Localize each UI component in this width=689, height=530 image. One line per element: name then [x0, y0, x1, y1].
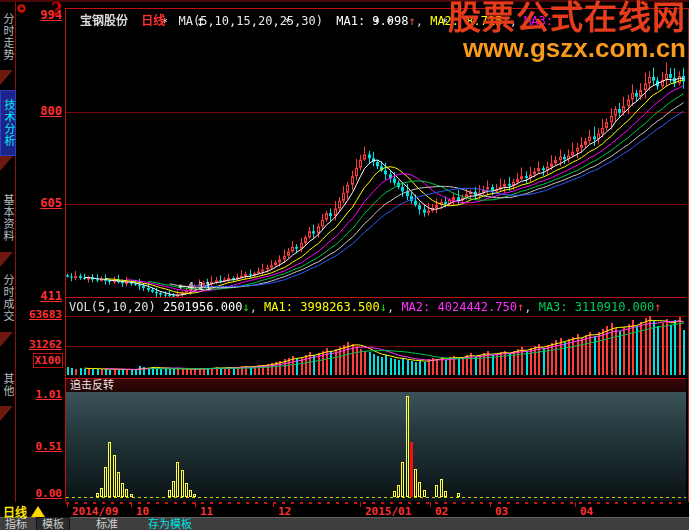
- x-axis-tick: [575, 502, 576, 507]
- volume-header: VOL(5,10,20) 2501956.000↓, MA1: 3998263.…: [69, 300, 662, 314]
- x-axis-strip: 2014/091011122015/01020304: [0, 502, 689, 517]
- x-axis-tick: [131, 502, 132, 507]
- sidebar-tab-4[interactable]: 其他: [1, 366, 14, 404]
- volume-header-segment: MA3: 3110910.000: [539, 300, 655, 314]
- x-axis-tick: [360, 502, 361, 507]
- volume-unit-box: X100: [33, 353, 64, 368]
- x-axis-tick: [273, 502, 274, 507]
- volume-axis-label: 31262: [29, 338, 62, 351]
- trend-arrow-icon: ↑: [654, 300, 661, 314]
- indicator-axis-label: 0.00: [36, 487, 63, 500]
- ma-parameters: MA(5,10,15,20,25,30): [179, 14, 324, 28]
- volume-header-segment: VOL(5,10,20): [69, 300, 156, 314]
- indicator-axis-label: 1.01: [36, 388, 63, 401]
- sidebar-tab-3[interactable]: 分时成交: [1, 266, 14, 330]
- gear-icon: [17, 4, 26, 13]
- x-axis-tick: [490, 502, 491, 507]
- separator: ,: [524, 300, 538, 314]
- help-question-mark[interactable]: ?: [51, 0, 62, 20]
- triangle-up-icon: [31, 506, 45, 517]
- watermark: 股票公式在线网 www.gszx.com.cn: [448, 1, 686, 61]
- volume-header-segment: MA2: 4024442.750: [401, 300, 517, 314]
- indicator-title: 追击反转: [70, 379, 114, 391]
- tab-separator: [0, 332, 13, 347]
- toolbar-item-3[interactable]: 存为模板: [148, 518, 192, 530]
- volume-axis-label: 63683: [29, 308, 62, 321]
- stock-name: 宝钢股份: [80, 14, 128, 28]
- sidebar-tab-0[interactable]: 分时走势: [1, 6, 14, 68]
- x-axis-tick: [195, 502, 196, 507]
- x-axis-tick: [67, 502, 68, 507]
- period-selector-label: 日线: [3, 503, 27, 520]
- axis-label-gutter: 994 800 605 411 63683 31262 X100 1.01 0.…: [16, 0, 65, 516]
- watermark-url: www.gszx.com.cn: [448, 35, 686, 62]
- trend-arrow-icon: ↓: [380, 300, 387, 314]
- sidebar-tab-2[interactable]: 基本资料: [1, 186, 14, 250]
- ma-value-segment: MA1: 9.098: [336, 14, 408, 28]
- tab-separator: [0, 70, 13, 85]
- trend-arrow-icon: ↓: [242, 300, 249, 314]
- watermark-site-name: 股票公式在线网: [448, 1, 686, 35]
- separator: ,: [250, 300, 264, 314]
- separator: ,: [387, 300, 401, 314]
- stock-app-window: { "sidebar": { "tabs": [ {"label": "分时走势…: [0, 0, 689, 530]
- left-tab-strip: 分时走势技术分析基本资料分时成交其他: [0, 2, 16, 502]
- sidebar-tab-1[interactable]: 技术分析: [0, 90, 16, 156]
- chart-plot-area: 追击反转 宝钢股份 日线 MA(5,10,15,20,25,30) MA1: 9…: [65, 8, 689, 504]
- indicator-axis-label: 0.51: [36, 440, 63, 453]
- bottom-toolbar: 指标模板标准存为模板: [0, 517, 689, 530]
- price-axis-label: 411: [40, 289, 62, 303]
- price-axis-label: 800: [40, 104, 62, 118]
- period-selector[interactable]: 日线: [3, 503, 45, 520]
- tab-separator: [0, 406, 13, 421]
- period-label[interactable]: 日线: [141, 14, 165, 28]
- x-axis-tick: [430, 502, 431, 507]
- separator: ,: [416, 14, 430, 28]
- separator: [156, 300, 163, 314]
- tab-separator: [0, 252, 13, 267]
- price-axis-label: 605: [40, 196, 62, 210]
- indicator-canvas[interactable]: [66, 392, 686, 501]
- volume-header-segment: 2501956.000: [163, 300, 242, 314]
- tab-separator: [0, 156, 13, 171]
- volume-header-segment: MA1: 3998263.500: [264, 300, 380, 314]
- indicator-title-bar: 追击反转: [66, 379, 686, 392]
- x-axis-tick-dashes: [66, 502, 687, 504]
- toolbar-item-2[interactable]: 标准: [96, 518, 118, 530]
- trend-arrow-icon: ↑: [408, 14, 415, 28]
